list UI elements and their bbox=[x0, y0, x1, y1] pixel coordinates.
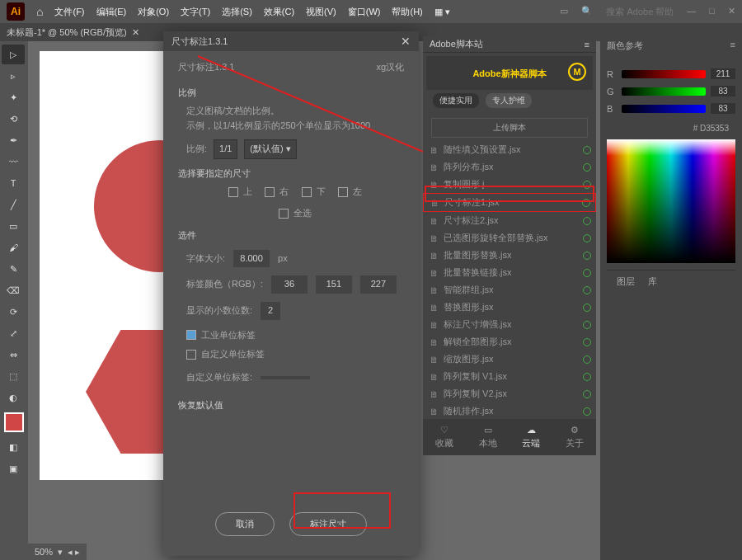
eraser-tool[interactable]: ⌫ bbox=[2, 280, 25, 300]
free-transform-tool[interactable]: ⬚ bbox=[2, 366, 25, 386]
menu-select[interactable]: 选择(S) bbox=[222, 6, 252, 18]
chk-industrial[interactable] bbox=[186, 330, 196, 340]
menu-object[interactable]: 对象(O) bbox=[138, 6, 169, 18]
cancel-button[interactable]: 取消 bbox=[215, 512, 275, 536]
chk-up[interactable] bbox=[228, 187, 238, 197]
rotate-tool[interactable]: ⟳ bbox=[2, 302, 25, 322]
chk-down[interactable] bbox=[302, 187, 312, 197]
hex-value: # D35353 bbox=[607, 120, 735, 136]
download-icon[interactable] bbox=[583, 304, 591, 312]
font-size-input[interactable]: 8.000 bbox=[233, 250, 270, 268]
direct-select-tool[interactable]: ▹ bbox=[2, 66, 25, 86]
shape-builder-tool[interactable]: ◐ bbox=[2, 388, 25, 407]
menu-window[interactable]: 窗口(W) bbox=[348, 6, 381, 18]
download-icon[interactable] bbox=[583, 252, 591, 260]
download-icon[interactable] bbox=[583, 234, 591, 242]
type-tool[interactable]: T bbox=[2, 173, 25, 193]
script-item[interactable]: 🗎随机排作.jsx bbox=[423, 402, 596, 420]
chk-left[interactable] bbox=[338, 187, 348, 197]
brush-tool[interactable]: 🖌 bbox=[2, 238, 25, 257]
rgb-g-input[interactable]: 151 bbox=[316, 275, 352, 294]
screen-mode-icon[interactable]: ▣ bbox=[2, 459, 25, 478]
fill-color-swatch[interactable] bbox=[4, 412, 24, 432]
download-icon[interactable] bbox=[583, 269, 591, 277]
rgb-r-input[interactable]: 36 bbox=[271, 275, 308, 294]
tab-library[interactable]: 库 bbox=[648, 275, 657, 288]
line-tool[interactable]: ╱ bbox=[2, 195, 25, 214]
chk-right[interactable] bbox=[265, 187, 275, 197]
menu-type[interactable]: 文字(T) bbox=[181, 6, 210, 18]
width-tool[interactable]: ⇔ bbox=[2, 345, 25, 365]
rgb-b-input[interactable]: 227 bbox=[360, 275, 397, 294]
slider-r[interactable] bbox=[622, 70, 706, 78]
download-icon[interactable] bbox=[583, 338, 591, 346]
tag-maintained[interactable]: 专人护维 bbox=[486, 93, 532, 108]
home-icon[interactable]: ⌂ bbox=[36, 5, 43, 18]
download-icon[interactable] bbox=[583, 217, 591, 225]
scale-tool[interactable]: ⤢ bbox=[2, 323, 25, 343]
ratio-default-select[interactable]: (默认值) ▾ bbox=[244, 139, 296, 159]
custom-unit-input[interactable] bbox=[261, 376, 310, 379]
script-item[interactable]: 🗎缩放图形.jsx bbox=[423, 351, 596, 368]
slider-g[interactable] bbox=[622, 87, 706, 96]
download-icon[interactable] bbox=[583, 146, 591, 154]
script-item[interactable]: 🗎解锁全部图形.jsx bbox=[423, 333, 596, 351]
wand-tool[interactable]: ✦ bbox=[2, 87, 25, 107]
download-icon[interactable] bbox=[583, 321, 591, 329]
script-item[interactable]: 🗎替换图形.jsx bbox=[423, 299, 596, 316]
foot-fav[interactable]: ♡收藏 bbox=[435, 425, 453, 449]
script-item[interactable]: 🗎标注尺寸增强.jsx bbox=[423, 316, 596, 333]
pen-tool[interactable]: ✒ bbox=[2, 130, 25, 150]
tab-layers[interactable]: 图层 bbox=[617, 275, 635, 288]
ratio-select[interactable]: 1/1 bbox=[214, 139, 237, 159]
menu-help[interactable]: 帮助(H) bbox=[392, 6, 422, 18]
chk-all[interactable] bbox=[279, 209, 289, 219]
panel-menu-icon[interactable]: ≡ bbox=[730, 40, 735, 52]
script-item[interactable]: 🗎尺寸标注2.jsx bbox=[423, 212, 596, 229]
script-item[interactable]: 🗎随性填义预设置.jsx bbox=[423, 141, 596, 158]
download-icon[interactable] bbox=[583, 355, 591, 364]
dialog-close-icon[interactable]: ✕ bbox=[401, 35, 411, 48]
maximize-icon[interactable]: □ bbox=[709, 6, 715, 18]
script-item[interactable]: 🗎阵列复制 V2.jsx bbox=[423, 385, 596, 402]
script-item[interactable]: 🗎批量图形替换.jsx bbox=[423, 247, 596, 264]
slider-b[interactable] bbox=[622, 105, 706, 113]
script-item[interactable]: 🗎已选图形旋转全部替换.jsx bbox=[423, 229, 596, 247]
script-item[interactable]: 🗎智能群组.jsx bbox=[423, 281, 596, 299]
workspace-icon[interactable]: ▭ bbox=[560, 6, 568, 18]
selection-tool[interactable]: ▷ bbox=[2, 45, 25, 64]
zoom-control[interactable]: 50%▾◂ ▸ bbox=[28, 544, 87, 560]
foot-cloud[interactable]: ☁云端 bbox=[522, 425, 540, 449]
menu-view[interactable]: 视图(V) bbox=[306, 6, 336, 18]
script-item[interactable]: 🗎阵列复制 V1.jsx bbox=[423, 368, 596, 385]
color-mode-icon[interactable]: ◧ bbox=[2, 437, 25, 457]
pencil-tool[interactable]: ✎ bbox=[2, 259, 25, 279]
download-icon[interactable] bbox=[583, 163, 591, 172]
color-spectrum[interactable] bbox=[607, 139, 735, 263]
document-icon: 🗎 bbox=[430, 145, 439, 155]
download-icon[interactable] bbox=[583, 286, 591, 294]
menu-effect[interactable]: 效果(C) bbox=[264, 6, 294, 18]
download-icon[interactable] bbox=[583, 390, 591, 398]
tag-convenient[interactable]: 便捷实用 bbox=[433, 93, 479, 108]
document-icon: 🗎 bbox=[430, 285, 439, 295]
lasso-tool[interactable]: ⟲ bbox=[2, 109, 25, 129]
script-item[interactable]: 🗎阵列分布.jsx bbox=[423, 158, 596, 176]
select-section-label: 选择要指定的尺寸 bbox=[178, 167, 404, 180]
close-icon[interactable]: ✕ bbox=[728, 6, 735, 18]
upload-script-button[interactable]: 上传脚本 bbox=[431, 118, 588, 138]
download-icon[interactable] bbox=[583, 407, 591, 416]
curve-tool[interactable]: 〰 bbox=[2, 152, 25, 172]
search-icon[interactable]: 🔍 bbox=[581, 6, 593, 18]
download-icon[interactable] bbox=[583, 373, 591, 381]
foot-local[interactable]: ▭本地 bbox=[479, 425, 497, 449]
chk-custom-unit[interactable] bbox=[186, 350, 196, 360]
panel-menu-icon[interactable]: ≡ bbox=[585, 40, 589, 49]
decimal-input[interactable]: 2 bbox=[261, 302, 280, 320]
menu-edit[interactable]: 编辑(E) bbox=[96, 6, 127, 18]
foot-about[interactable]: ⚙关于 bbox=[566, 425, 584, 449]
script-item[interactable]: 🗎批量替换链接.jsx bbox=[423, 264, 596, 281]
minimize-icon[interactable]: — bbox=[687, 6, 696, 18]
rect-tool[interactable]: ▭ bbox=[2, 216, 25, 236]
menu-file[interactable]: 文件(F) bbox=[54, 6, 84, 18]
